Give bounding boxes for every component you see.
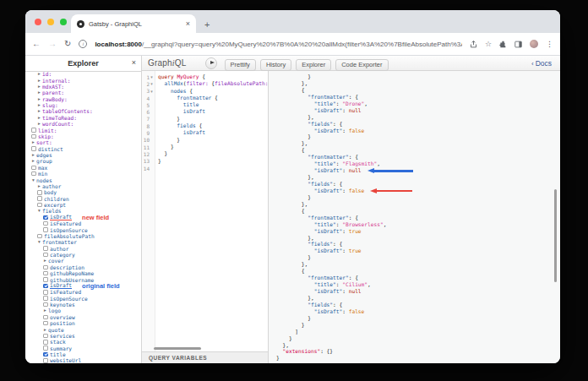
- explorer-item-isOpenSource[interactable]: isOpenSource: [25, 226, 141, 232]
- explorer-item-nodes[interactable]: ▾nodes: [25, 177, 141, 182]
- checkbox-unchecked[interactable]: [43, 358, 48, 363]
- new-tab-button[interactable]: +: [204, 20, 210, 30]
- checkbox-unchecked[interactable]: [43, 246, 48, 251]
- expanded-arrow-icon[interactable]: ▾: [36, 239, 42, 245]
- collapsed-arrow-icon[interactable]: ▸: [30, 158, 36, 164]
- collapsed-arrow-icon[interactable]: ▸: [36, 90, 42, 95]
- checkbox-unchecked[interactable]: [37, 190, 42, 195]
- query-code[interactable]: query MyQuery { allMdx(filter: {fileAbso…: [155, 71, 268, 351]
- explorer-item-quote[interactable]: ▸quote: [25, 326, 141, 332]
- toolbar-button-history[interactable]: History: [260, 59, 291, 71]
- checkbox-unchecked[interactable]: [43, 271, 48, 276]
- zoom-window-button[interactable]: [60, 19, 67, 25]
- back-icon[interactable]: ←: [32, 40, 41, 48]
- explorer-item-isFeatured[interactable]: isFeatured: [25, 220, 141, 226]
- explorer-item-stack[interactable]: stack: [25, 339, 141, 345]
- explorer-item-fileAbsolutePath[interactable]: fileAbsolutePath: [25, 233, 141, 239]
- explorer-item-summary[interactable]: summary: [25, 346, 141, 351]
- fold-arrow-icon[interactable]: ▾: [150, 81, 154, 86]
- checkbox-unchecked[interactable]: [43, 296, 48, 301]
- bookmark-star-icon[interactable]: ☆: [485, 41, 492, 48]
- checkbox-unchecked[interactable]: [43, 290, 48, 295]
- checkbox-unchecked[interactable]: [43, 340, 48, 345]
- explorer-item-parent[interactable]: ▸parent:: [25, 90, 141, 95]
- checkbox-unchecked[interactable]: [43, 227, 48, 232]
- checkbox-unchecked[interactable]: [43, 302, 48, 308]
- explorer-item-overview[interactable]: overview: [25, 314, 141, 320]
- collapsed-arrow-icon[interactable]: ▸: [36, 71, 42, 77]
- explorer-item-children[interactable]: children: [25, 196, 141, 202]
- extensions-puzzle-icon[interactable]: [499, 41, 507, 48]
- explorer-item-edges[interactable]: ▸edges: [25, 152, 141, 158]
- explorer-item-body[interactable]: body: [25, 189, 141, 195]
- explorer-item-frontmatter[interactable]: ▾frontmatter: [25, 239, 141, 245]
- collapsed-arrow-icon[interactable]: ▸: [36, 84, 42, 90]
- collapsed-arrow-icon[interactable]: ▸: [36, 78, 42, 84]
- minimize-window-button[interactable]: [47, 19, 54, 25]
- collapsed-arrow-icon[interactable]: ▸: [36, 108, 42, 114]
- explorer-item-logo[interactable]: ▸logo: [25, 308, 141, 313]
- explorer-item-id[interactable]: ▸id:: [25, 71, 141, 77]
- toolbar-button-prettify[interactable]: Prettify: [225, 59, 256, 71]
- checkbox-unchecked[interactable]: [43, 277, 48, 282]
- checkbox-unchecked[interactable]: [43, 346, 48, 351]
- fold-arrow-icon[interactable]: ▾: [150, 89, 154, 94]
- execute-query-button[interactable]: [205, 57, 217, 69]
- expanded-arrow-icon[interactable]: ▾: [36, 208, 42, 214]
- checkbox-unchecked[interactable]: [43, 253, 48, 258]
- explorer-item-position[interactable]: position: [25, 320, 141, 326]
- checkbox-unchecked[interactable]: [43, 321, 48, 326]
- explorer-item-title[interactable]: title: [25, 351, 141, 357]
- explorer-item-tableOfContents[interactable]: ▸tableOfContents:: [25, 108, 141, 114]
- checkbox-checked[interactable]: [43, 284, 48, 289]
- explorer-item-isDraft[interactable]: isDraftnew field: [25, 215, 141, 220]
- checkbox-unchecked[interactable]: [43, 221, 48, 226]
- collapsed-arrow-icon[interactable]: ▸: [36, 96, 42, 102]
- checkbox-unchecked[interactable]: [37, 196, 42, 201]
- query-editor[interactable]: 1▾2▾3▾4567891011121314 query MyQuery { a…: [142, 71, 269, 363]
- explorer-item-cover[interactable]: ▸cover: [25, 258, 141, 264]
- explorer-item-githubRepoName[interactable]: githubRepoName: [25, 270, 141, 276]
- editor-horizontal-scrollbar[interactable]: [154, 347, 201, 350]
- expanded-arrow-icon[interactable]: ▾: [30, 177, 36, 183]
- browser-menu-icon[interactable]: ⋮: [546, 41, 553, 48]
- browser-tab[interactable]: Gatsby - GraphiQL ×: [71, 14, 196, 33]
- profile-avatar[interactable]: [530, 40, 538, 48]
- explorer-item-isFeatured[interactable]: isFeatured: [25, 289, 141, 295]
- explorer-item-websiteUrl[interactable]: websiteUrl: [25, 357, 141, 363]
- query-variables-bar[interactable]: QUERY VARIABLES: [142, 351, 268, 363]
- collapsed-arrow-icon[interactable]: ▸: [30, 152, 36, 158]
- checkbox-unchecked[interactable]: [43, 315, 48, 320]
- explorer-item-isDraft[interactable]: isDraftoriginal field: [25, 283, 141, 289]
- checkbox-unchecked[interactable]: [43, 334, 48, 339]
- explorer-item-author[interactable]: author: [25, 246, 141, 252]
- address-bar[interactable]: localhost:8000/__graphql?query=query%20M…: [95, 41, 462, 48]
- explorer-item-services[interactable]: services: [25, 333, 141, 339]
- explorer-item-min[interactable]: min: [25, 171, 141, 177]
- explorer-item-skip[interactable]: skip:: [25, 133, 141, 139]
- checkbox-unchecked[interactable]: [31, 146, 36, 151]
- explorer-item-description[interactable]: description: [25, 264, 141, 270]
- explorer-close-icon[interactable]: ×: [132, 59, 136, 67]
- explorer-item-category[interactable]: category: [25, 252, 141, 258]
- checkbox-checked[interactable]: [43, 215, 48, 220]
- collapsed-arrow-icon[interactable]: ▸: [36, 121, 42, 127]
- explorer-item-isOpenSource[interactable]: isOpenSource: [25, 296, 141, 302]
- collapsed-arrow-icon[interactable]: ▸: [36, 102, 42, 108]
- explorer-item-author[interactable]: ▸author: [25, 183, 141, 189]
- explorer-item-max[interactable]: max: [25, 165, 141, 171]
- close-window-button[interactable]: [35, 19, 41, 25]
- explorer-item-excerpt[interactable]: excerpt: [25, 202, 141, 208]
- explorer-item-timeToRead[interactable]: ▸timeToRead:: [25, 115, 141, 121]
- checkbox-unchecked[interactable]: [31, 171, 36, 177]
- checkbox-unchecked[interactable]: [37, 234, 42, 239]
- collapsed-arrow-icon[interactable]: ▸: [42, 308, 48, 313]
- fold-arrow-icon[interactable]: ▾: [150, 74, 154, 79]
- page-info-icon[interactable]: i: [79, 40, 87, 48]
- checkbox-unchecked[interactable]: [31, 128, 36, 133]
- explorer-item-limit[interactable]: limit:: [25, 127, 141, 133]
- explorer-item-distinct[interactable]: distinct: [25, 146, 141, 152]
- toolbar-button-code-exporter[interactable]: Code Exporter: [335, 59, 388, 71]
- checkbox-checked[interactable]: [43, 352, 48, 357]
- docs-button[interactable]: ‹Docs: [531, 59, 552, 68]
